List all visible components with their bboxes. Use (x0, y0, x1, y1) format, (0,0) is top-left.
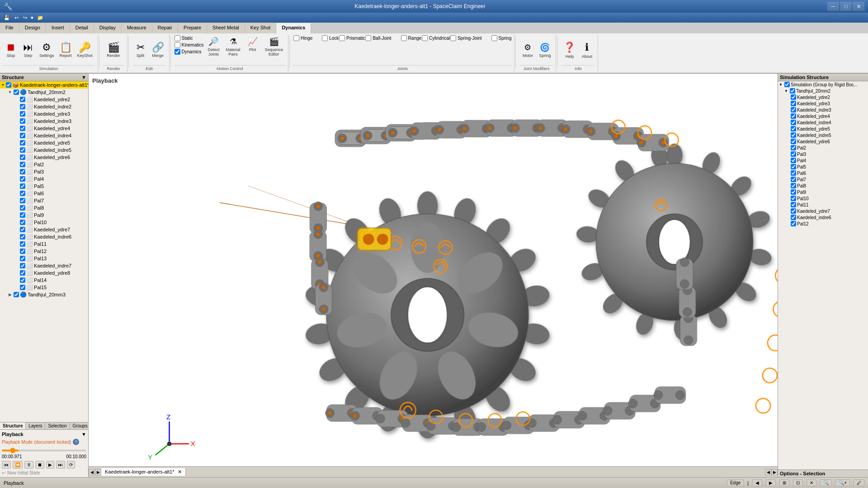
sim-tree-item-6[interactable]: Kaedeled_indre4 (778, 119, 868, 126)
viewport-tab-main[interactable]: Kaedetraek-longer-anders-alt1* ✕ (101, 468, 186, 476)
sim-tree-item-19[interactable]: Pal11 (778, 202, 868, 208)
status-edge-button[interactable]: Edge (727, 479, 744, 486)
spring-joint[interactable]: Spring (491, 35, 512, 41)
viewport[interactable]: Playback (89, 74, 778, 477)
playback-slider[interactable] (2, 450, 86, 451)
sim-tree-item-16[interactable]: Pal8 (778, 183, 868, 189)
sim-tree-item-17[interactable]: Pal9 (778, 189, 868, 195)
status-zoom-fit[interactable]: ⊡ (793, 479, 803, 486)
hinge-joint[interactable]: Hinge (293, 35, 312, 41)
tree-item-15[interactable]: ⬜Pal6 (0, 190, 88, 197)
tree-item-28[interactable]: ⬜Pal15 (0, 284, 88, 291)
tree-item-21[interactable]: ⬜Kaedeled_indre6 (0, 233, 88, 240)
tree-item-26[interactable]: ⬜Kaedeled_ydre8 (0, 269, 88, 277)
tab-dynamics[interactable]: Dynamics (276, 23, 311, 33)
tree-item-5[interactable]: ⬜Kaedeled_indre3 (0, 117, 88, 125)
tab-file[interactable]: File (0, 23, 19, 33)
tab-insert[interactable]: Insert (46, 23, 70, 33)
sim-tree-item-5[interactable]: Kaedeled_ydre4 (778, 113, 868, 119)
tree-item-2[interactable]: ⬜Kaedeled_ydre2 (0, 96, 88, 103)
viewport-tab-right-arrow[interactable]: ▶ (95, 469, 101, 475)
sim-tree-item-10[interactable]: Pal2 (778, 145, 868, 151)
tree-item-3[interactable]: ⬜Kaedeled_indre2 (0, 103, 88, 110)
playback-stop-button[interactable]: ⏹ (35, 461, 44, 469)
maximize-button[interactable]: □ (840, 2, 852, 11)
range-joint[interactable]: Range (401, 35, 421, 41)
viewport-nav-left[interactable]: ◀ (765, 469, 771, 475)
sim-tree-item-4[interactable]: Kaedeled_indre3 (778, 107, 868, 113)
tree-item-12[interactable]: ⬜Pal3 (0, 168, 88, 175)
sim-tree-item-0[interactable]: ▼Simulation (Group by Rigid Boc... (778, 81, 868, 88)
tree-item-23[interactable]: ⬜Pal12 (0, 248, 88, 255)
tree-item-8[interactable]: ⬜Kaedeled_ydre5 (0, 139, 88, 146)
open-button[interactable]: 📁 (35, 14, 45, 22)
undo-button[interactable]: ↩ (13, 14, 20, 22)
balljoint-joint[interactable]: Ball-Joint (365, 35, 391, 41)
tree-item-19[interactable]: ⬜Pal10 (0, 219, 88, 226)
status-zoom-box[interactable]: ⊞ (779, 479, 789, 486)
springjoint-joint[interactable]: Spring-Joint (450, 35, 481, 41)
tab-structure[interactable]: Structure (0, 422, 26, 429)
tree-item-1[interactable]: ▼🔵Tandhjul_20mm2 (0, 89, 88, 96)
viewport-tab-left-arrow[interactable]: ◀ (89, 469, 95, 475)
tab-groups[interactable]: Groups (70, 422, 91, 429)
status-search[interactable]: 🔍 (820, 479, 832, 486)
tree-item-25[interactable]: ⬜Kaedeled_indre7 (0, 262, 88, 269)
collapse-icon[interactable]: ▼ (81, 75, 86, 80)
tab-repair[interactable]: Repair (152, 23, 178, 33)
status-nav-left[interactable]: ◀ (752, 479, 762, 486)
step-button[interactable]: ⏭ Step (20, 41, 36, 59)
keyshot-button[interactable]: 🔑 KeyShot (75, 41, 95, 59)
kinematics-checkbox[interactable]: Kinematics (175, 42, 204, 48)
sim-tree-item-2[interactable]: Kaedeled_ydre2 (778, 94, 868, 100)
about-button[interactable]: ℹ About (579, 40, 595, 60)
tree-item-4[interactable]: ⬜Kaedeled_ydre3 (0, 110, 88, 117)
sim-tree-item-20[interactable]: Kaedeled_ydre7 (778, 208, 868, 214)
tree-item-9[interactable]: ⬜Kaedeled_indre5 (0, 146, 88, 154)
tree-item-0[interactable]: ▼📦Kaedetraek-longer-anders-alt1* (0, 81, 88, 89)
tab-measure[interactable]: Measure (122, 23, 152, 33)
material-pairs-button[interactable]: ⚗ MaterialPairs (224, 35, 243, 58)
playback-end-button[interactable]: ⏭ (56, 461, 65, 469)
status-edit[interactable]: 🖊 (854, 479, 864, 486)
sim-tree-item-8[interactable]: Kaedeled_indre5 (778, 132, 868, 138)
playback-mode-help[interactable]: ? (73, 439, 79, 445)
playback-start-button[interactable]: ⏮ (2, 461, 11, 469)
sim-tree-item-11[interactable]: Pal3 (778, 151, 868, 157)
tab-sheet-metal[interactable]: Sheet Metal (207, 23, 245, 33)
tree-item-27[interactable]: ⬜Pal14 (0, 277, 88, 284)
tree-item-29[interactable]: ▶🔵Tandhjul_20mm3 (0, 291, 88, 298)
status-nav-right[interactable]: ▶ (766, 479, 776, 486)
playback-play-button[interactable]: ▶ (46, 461, 54, 469)
report-button[interactable]: 📋 Report (57, 41, 74, 59)
sim-tree-item-14[interactable]: Pal6 (778, 170, 868, 176)
tab-keyshot[interactable]: Key Shot (245, 23, 277, 33)
status-close-pane[interactable]: ✕ (807, 479, 816, 486)
lock-joint[interactable]: Lock (322, 35, 339, 41)
detect-joints-button[interactable]: 🔎 DetectJoints (205, 35, 222, 58)
tab-selection[interactable]: Selection (45, 422, 70, 429)
sim-tree-item-22[interactable]: Pal12 (778, 221, 868, 227)
tab-prepare[interactable]: Prepare (178, 23, 207, 33)
redo-button[interactable]: ↪ (21, 14, 29, 22)
sim-tree-item-13[interactable]: Pal5 (778, 164, 868, 170)
sim-tree-item-3[interactable]: Kaedeled_ydre3 (778, 100, 868, 107)
tree-item-10[interactable]: ⬜Kaedeled_ydre6 (0, 154, 88, 161)
motor-button[interactable]: ⚙ Motor (519, 41, 536, 59)
spring-button[interactable]: 🌀 Spring (537, 41, 553, 59)
settings-button[interactable]: ⚙ Settings (37, 41, 57, 59)
tree-item-18[interactable]: ⬜Pal9 (0, 211, 88, 219)
sequence-editor-button[interactable]: 🎬 SequenceEditor (263, 35, 286, 58)
sim-tree-item-9[interactable]: Kaedeled_ydre6 (778, 138, 868, 145)
tree-item-17[interactable]: ⬜Pal8 (0, 204, 88, 211)
plot-button[interactable]: 📈 Plot (245, 35, 261, 53)
sim-tree-item-7[interactable]: Kaedeled_ydre5 (778, 126, 868, 132)
tab-layers[interactable]: Layers (26, 422, 45, 429)
merge-button[interactable]: 🔗 Merge (150, 41, 166, 59)
sim-tree-item-21[interactable]: Kaedeled_indre6 (778, 214, 868, 221)
viewport-tab-close[interactable]: ✕ (178, 469, 182, 474)
tab-display[interactable]: Display (94, 23, 122, 33)
tab-design[interactable]: Design (19, 23, 46, 33)
help-button[interactable]: ❓ Help (561, 40, 578, 60)
sim-tree-item-1[interactable]: ▼Tandhjul_20mm2 (778, 88, 868, 94)
